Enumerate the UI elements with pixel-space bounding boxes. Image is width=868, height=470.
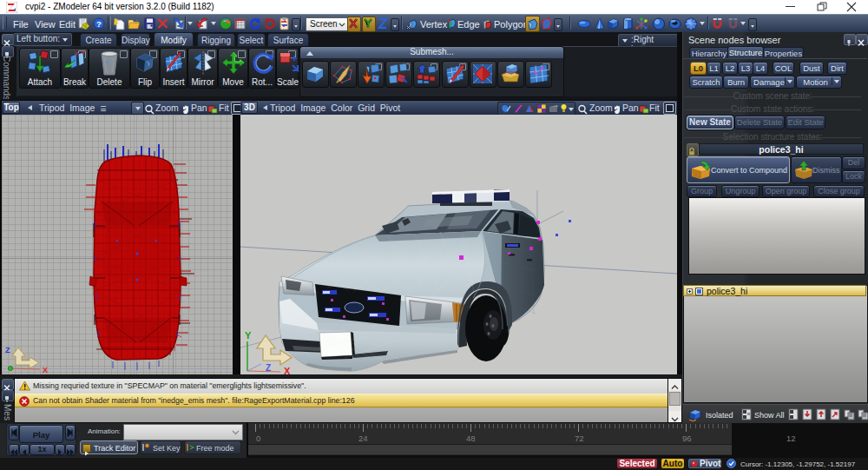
svg-text:Y: Y (245, 330, 252, 341)
svg-text:?: ? (96, 19, 102, 29)
svg-text:X: X (43, 366, 48, 374)
svg-text:Z: Z (5, 346, 10, 354)
svg-text:Z: Z (266, 363, 271, 373)
svg-text:X: X (284, 366, 291, 374)
